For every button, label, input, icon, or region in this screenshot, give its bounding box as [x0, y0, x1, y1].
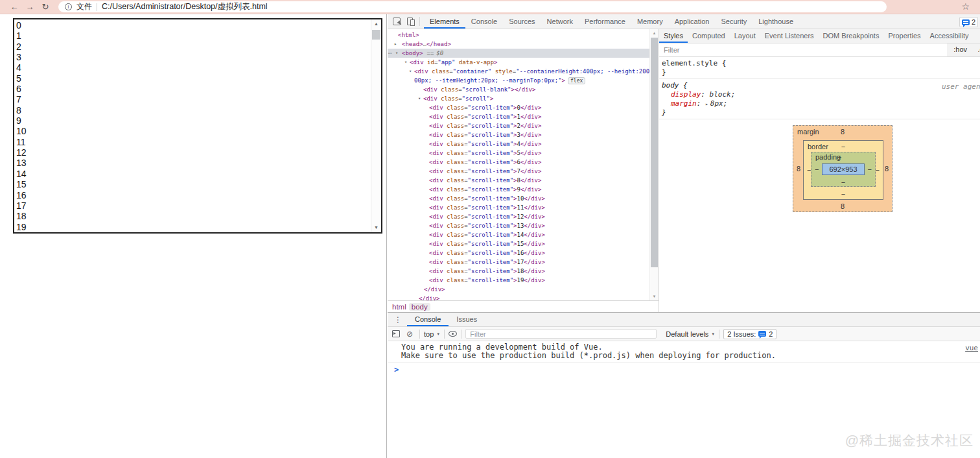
tab-sources[interactable]: Sources [503, 14, 541, 29]
tree-node-container-div-wrap[interactable]: 00px; --itemHeight:20px; --marginTop:0px… [388, 76, 649, 85]
device-toolbar-icon[interactable] [407, 18, 413, 25]
tree-node-close-scroll[interactable]: </div> [388, 285, 649, 294]
tree-node-scroll-item[interactable]: <div class="scroll-item">15</div> [388, 239, 649, 248]
inspect-element-icon[interactable] [393, 18, 401, 25]
tab-event-listeners[interactable]: Event Listeners [760, 29, 819, 43]
issues-button[interactable]: 2 Issues: 2 [723, 329, 776, 339]
tree-node-scroll-item[interactable]: <div class="scroll-item">12</div> [388, 212, 649, 221]
back-icon[interactable]: ← [6, 1, 22, 14]
scroll-up-icon[interactable]: ▲ [371, 19, 381, 29]
list-item: 7 [16, 94, 370, 104]
overflow-dots-icon[interactable]: ⋯ [388, 49, 391, 58]
tab-lighthouse[interactable]: Lighthouse [752, 14, 799, 29]
list-scrollbar[interactable]: ▲ ▼ [371, 19, 381, 232]
kebab-menu-icon[interactable]: ⋮ [394, 315, 402, 324]
expand-icon[interactable]: ▾ [409, 67, 412, 76]
bookmark-star-icon[interactable]: ☆ [961, 1, 970, 12]
box-model-content: 692×953 [822, 163, 865, 175]
tab-network[interactable]: Network [541, 14, 579, 29]
tab-styles[interactable]: Styles [659, 29, 688, 43]
tree-node-scroll-item[interactable]: <div class="scroll-item">17</div> [388, 258, 649, 267]
tree-node-scroll-item[interactable]: <div class="scroll-item">1</div> [388, 112, 649, 121]
expand-icon[interactable]: ▾ [418, 94, 421, 103]
rule-body-user-agent[interactable]: body { user agent stylesheet display: bl… [659, 79, 980, 119]
styles-filter-input[interactable] [659, 43, 947, 56]
tab-security[interactable]: Security [715, 14, 752, 29]
shorthand-expand-icon[interactable]: ▸ [705, 101, 708, 107]
tree-node-scroll-blank[interactable]: <div class="scroll-blank"></div> [388, 85, 649, 94]
tab-application[interactable]: Application [669, 14, 716, 29]
url-text[interactable]: C:/Users/Administrator/Desktop/虚拟列表.html [102, 1, 268, 12]
toolbar-divider [461, 330, 461, 339]
drawer-tab-issues[interactable]: Issues [449, 313, 485, 326]
tab-properties[interactable]: Properties [883, 29, 925, 43]
tab-layout[interactable]: Layout [730, 29, 760, 43]
tree-node-scroll-item[interactable]: <div class="scroll-item">16</div> [388, 248, 649, 258]
page-viewport: 012345678910111213141516171819 ▲ ▼ [0, 14, 387, 458]
tree-node-scroll-item[interactable]: <div class="scroll-item">7</div> [388, 167, 649, 176]
url-scheme-label: 文件 [76, 1, 92, 12]
scroll-down-icon[interactable]: ▼ [650, 293, 659, 300]
console-sidebar-toggle-icon[interactable] [392, 330, 400, 337]
rule-element-style[interactable]: element.style { } [659, 57, 980, 79]
console-prompt[interactable]: > [388, 363, 980, 374]
tree-node-app-div[interactable]: ▾<div id="app" data-v-app> [388, 58, 649, 67]
tab-console[interactable]: Console [465, 14, 503, 29]
tab-accessibility[interactable]: Accessibility [926, 29, 974, 43]
scroll-down-icon[interactable]: ▼ [371, 223, 381, 232]
execution-context-selector[interactable]: top▼ [424, 330, 440, 338]
address-bar[interactable]: i 文件 C:/Users/Administrator/Desktop/虚拟列表… [58, 1, 887, 12]
scroll-up-icon[interactable]: ▲ [650, 29, 659, 37]
forward-icon[interactable]: → [22, 1, 38, 14]
tree-node-scroll-item[interactable]: <div class="scroll-item">0</div> [388, 103, 649, 112]
expand-icon[interactable]: ▾ [395, 49, 398, 58]
drawer-tab-console[interactable]: Console [407, 313, 449, 326]
tree-node-scroll-item[interactable]: <div class="scroll-item">14</div> [388, 230, 649, 239]
tree-node-scroll-item[interactable]: <div class="scroll-item">5</div> [388, 149, 649, 158]
tree-node-scroll-item[interactable]: <div class="scroll-item">6</div> [388, 158, 649, 167]
elements-scrollbar[interactable]: ▲ ▼ [649, 29, 659, 300]
page-info-icon[interactable]: i [65, 3, 72, 10]
tree-node-scroll-item[interactable]: <div class="scroll-item">19</div> [388, 276, 649, 285]
tree-node-scroll-item[interactable]: <div class="scroll-item">10</div> [388, 194, 649, 203]
log-levels-selector[interactable]: Default levels▼ [666, 330, 715, 338]
scrollbar-thumb[interactable] [651, 38, 658, 267]
tab-dom-breakpoints[interactable]: DOM Breakpoints [819, 29, 884, 43]
tab-computed[interactable]: Computed [688, 29, 730, 43]
tab-performance[interactable]: Performance [579, 14, 631, 29]
breadcrumb-body[interactable]: body [409, 303, 430, 311]
tree-node-body-selected[interactable]: ⋯▾<body>==$0 [388, 49, 649, 58]
styles-filter-bar: :hov .cls [659, 43, 980, 57]
box-model-border: border − − − − padding − − − − 692×953 [803, 140, 883, 200]
tree-node-scroll-item[interactable]: <div class="scroll-item">13</div> [388, 221, 649, 230]
tree-node-scroll-item[interactable]: <div class="scroll-item">8</div> [388, 176, 649, 185]
class-toggle-button[interactable]: .cls [978, 45, 980, 53]
tree-node-scroll-item[interactable]: <div class="scroll-item">11</div> [388, 203, 649, 212]
console-filter-input[interactable] [465, 329, 657, 339]
flex-badge[interactable]: flex [568, 77, 585, 84]
issues-counter-button[interactable]: 2 [959, 17, 978, 27]
tree-node-head[interactable]: ▸<head>…</head> [388, 40, 649, 49]
tab-elements[interactable]: Elements [424, 14, 465, 29]
tree-node-scroll-item[interactable]: <div class="scroll-item">4</div> [388, 139, 649, 149]
tree-node-scroll-item[interactable]: <div class="scroll-item">9</div> [388, 185, 649, 194]
live-expression-icon[interactable] [449, 331, 457, 337]
breadcrumb-html[interactable]: html [392, 303, 406, 311]
tree-node-scroll[interactable]: ▾<div class="scroll"> [388, 94, 649, 103]
tree-node-scroll-item[interactable]: <div class="scroll-item">3</div> [388, 130, 649, 139]
clear-console-icon[interactable]: ⊘ [406, 330, 413, 339]
list-item: 19 [16, 222, 370, 232]
expand-icon[interactable]: ▾ [404, 58, 407, 67]
reload-icon[interactable]: ↻ [38, 1, 53, 14]
list-item: 3 [16, 52, 370, 62]
scrollbar-thumb[interactable] [372, 30, 380, 40]
hover-state-button[interactable]: :hov [953, 45, 967, 53]
tree-node-scroll-item[interactable]: <div class="scroll-item">18</div> [388, 267, 649, 276]
tree-node-html[interactable]: <html> [388, 30, 649, 40]
collapse-icon[interactable]: ▸ [394, 40, 397, 49]
tree-node-close-container[interactable]: </div> [388, 294, 649, 300]
tree-node-container-div[interactable]: ▾<div class="container" style="--contain… [388, 67, 649, 76]
tab-memory[interactable]: Memory [631, 14, 669, 29]
tree-node-scroll-item[interactable]: <div class="scroll-item">2</div> [388, 121, 649, 130]
console-source-link[interactable]: vue [965, 344, 978, 352]
